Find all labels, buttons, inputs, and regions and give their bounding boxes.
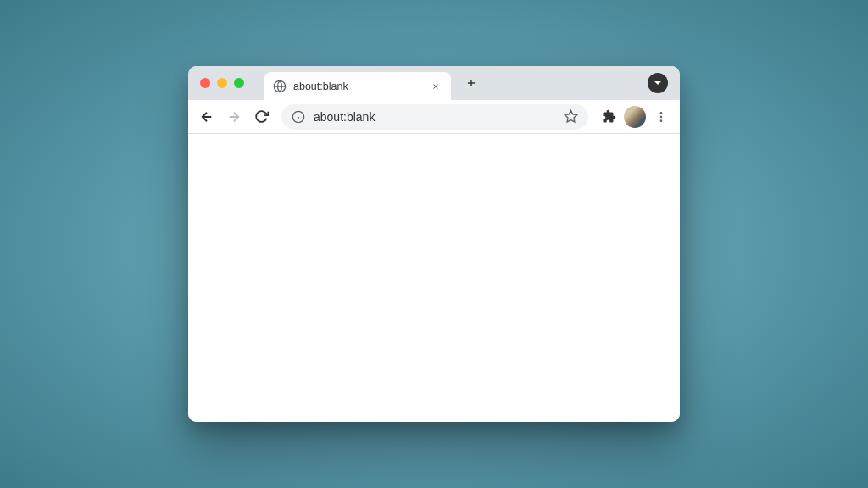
info-icon[interactable] [292,110,305,124]
dropdown-icon[interactable] [648,73,668,93]
tab-title: about:blank [293,80,422,92]
reload-button[interactable] [249,105,273,129]
toolbar: about:blank [188,100,680,134]
forward-button[interactable] [222,105,246,129]
page-content [188,134,680,422]
svg-point-12 [660,115,663,118]
menu-button[interactable] [649,105,673,129]
url-text[interactable]: about:blank [314,110,555,124]
window-maximize-button[interactable] [234,78,244,88]
globe-icon [273,80,287,93]
window-controls [200,78,244,88]
browser-tab[interactable]: about:blank [264,72,451,100]
address-bar[interactable]: about:blank [281,104,588,130]
browser-window: about:blank [188,66,680,422]
svg-point-11 [660,112,663,114]
extensions-button[interactable] [597,105,620,129]
window-minimize-button[interactable] [217,78,227,88]
back-button[interactable] [195,105,219,129]
svg-point-13 [660,119,663,122]
new-tab-button[interactable] [459,71,483,95]
tab-strip: about:blank [188,66,680,100]
tab-close-button[interactable] [429,80,442,93]
window-close-button[interactable] [200,78,210,88]
svg-marker-10 [565,110,576,121]
bookmark-star-icon[interactable] [564,109,578,124]
profile-avatar[interactable] [624,106,646,128]
